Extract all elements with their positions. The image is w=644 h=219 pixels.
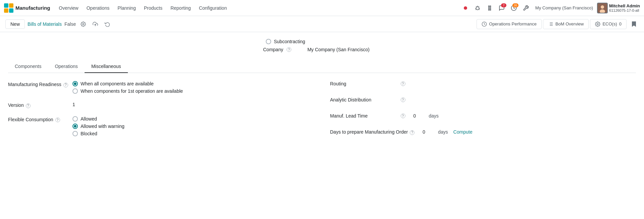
bookmark-icon [631,21,637,27]
user-id: 61126075-17-0-all [609,8,640,12]
nav-reporting[interactable]: Reporting [167,3,194,13]
svg-point-6 [490,6,491,7]
readiness-option2-radio[interactable] [72,88,78,94]
readiness-option1-label: When all components are available [81,81,154,86]
flex-option1-label: Allowed [81,116,97,122]
flex-option3-radio[interactable] [72,131,78,136]
main-content: Subcontracting Company ? My Company (San… [0,32,644,147]
days-prepare-help[interactable]: ? [410,130,414,135]
svg-point-24 [597,23,598,25]
flexible-consumption-field: Flexible Consumption ? Allowed Allowed w… [8,116,314,136]
ops-performance-tab[interactable]: Operations Performance [477,19,542,29]
brand-icon [4,3,13,13]
version-label: Version ? [8,102,68,108]
tab-operations[interactable]: Operations [48,60,84,73]
compute-button[interactable]: Compute [453,129,473,135]
ecos-gear-icon [595,21,600,27]
nav-configuration[interactable]: Configuration [196,3,230,13]
manuf-lead-time-unit: days [429,113,439,119]
phone-button[interactable] [484,3,495,13]
company-row: Company ? My Company (San Francisco) [263,47,636,52]
company-help-icon[interactable]: ? [287,47,291,52]
svg-point-15 [83,23,84,25]
debug-button[interactable] [472,3,483,13]
flex-consumption-help[interactable]: ? [55,118,60,122]
flex-option2-row[interactable]: Allowed with warning [72,124,125,129]
form-grid: Manufacturing Readiness ? When all compo… [8,81,636,140]
svg-rect-3 [9,8,13,13]
nav-products[interactable]: Products [141,3,166,13]
routing-field: Routing ? [330,81,636,86]
wrench-icon [523,5,529,11]
routing-help[interactable]: ? [401,81,405,86]
messages-badge: 7 [501,3,506,7]
readiness-option2-label: When components for 1st operation are av… [81,88,183,94]
readiness-option1-row[interactable]: When all components are available [72,81,183,86]
nav-overview[interactable]: Overview [55,3,82,13]
list-icon [548,21,553,27]
upload-icon [93,21,98,27]
svg-rect-2 [4,8,8,13]
analytic-dist-help[interactable]: ? [401,97,405,102]
flexible-consumption-options: Allowed Allowed with warning Blocked [72,116,125,136]
svg-point-8 [490,7,491,8]
flex-option2-label: Allowed with warning [81,124,125,129]
nav-planning[interactable]: Planning [114,3,139,13]
phone-icon [487,5,493,11]
clock-circle-icon [482,21,487,27]
undo-icon [105,21,110,27]
settings-gear-button[interactable] [79,19,88,29]
version-field: Version ? 1 [8,102,314,108]
routing-label: Routing [330,81,397,86]
top-navbar: Manufacturing Overview Operations Planni… [0,0,644,16]
manufacturing-readiness-options: When all components are available When c… [72,81,183,94]
new-button[interactable]: New [5,19,25,29]
tab-miscellaneous[interactable]: Miscellaneous [85,60,128,73]
status-dot-button[interactable] [460,3,471,13]
svg-point-9 [488,9,489,10]
manufacturing-readiness-label: Manufacturing Readiness ? [8,81,68,87]
nav-operations[interactable]: Operations [83,3,113,13]
days-prepare-unit: days [438,129,448,135]
user-avatar[interactable] [597,3,608,13]
discard-button[interactable] [103,19,112,29]
tab-components[interactable]: Components [8,60,48,73]
gear-icon [81,21,86,27]
readiness-option1-radio[interactable] [72,81,78,86]
svg-point-13 [601,5,604,9]
company-field-label: Company [263,47,283,52]
status-dot-icon [464,6,467,10]
settings-button[interactable] [521,3,531,13]
flex-option2-radio[interactable] [72,124,78,129]
manuf-readiness-help[interactable]: ? [63,83,68,87]
version-help[interactable]: ? [26,103,31,108]
flex-option1-radio[interactable] [72,116,78,122]
company-field-value: My Company (San Francisco) [307,47,369,52]
flexible-consumption-label: Flexible Consumption ? [8,116,68,123]
bookmark-button[interactable] [629,19,639,29]
messages-button[interactable]: 7 [496,3,507,13]
upload-button[interactable] [91,19,100,29]
readiness-option2-row[interactable]: When components for 1st operation are av… [72,88,183,94]
ecos-tab[interactable]: ECO(s) 0 [590,19,627,29]
flex-option3-row[interactable]: Blocked [72,131,125,136]
tab-bar: Components Operations Miscellaneous [8,60,636,73]
breadcrumb-link[interactable]: Bills of Materials [28,21,62,27]
manuf-lead-help[interactable]: ? [401,114,405,118]
false-label: False [64,21,76,27]
svg-point-7 [488,7,489,8]
brand[interactable]: Manufacturing [4,3,50,13]
svg-point-5 [488,6,489,7]
flex-option3-label: Blocked [81,131,97,136]
ops-performance-label: Operations Performance [489,21,537,26]
flex-option1-row[interactable]: Allowed [72,116,125,122]
svg-rect-0 [4,3,8,8]
nav-icons: 7 35 My Company (San Francisco) Mitchell… [460,3,640,13]
right-form-section: Routing ? Analytic Distribution ? Manuf.… [330,81,636,140]
activities-button[interactable]: 35 [508,3,519,13]
days-prepare-field: Days to prepare Manufacturing Order ? 0 … [330,129,636,135]
brand-name: Manufacturing [15,5,50,11]
bom-overview-tab[interactable]: BoM Overview [543,19,589,29]
manuf-lead-time-value: 0 [413,113,424,119]
subcontracting-radio[interactable] [266,39,271,44]
